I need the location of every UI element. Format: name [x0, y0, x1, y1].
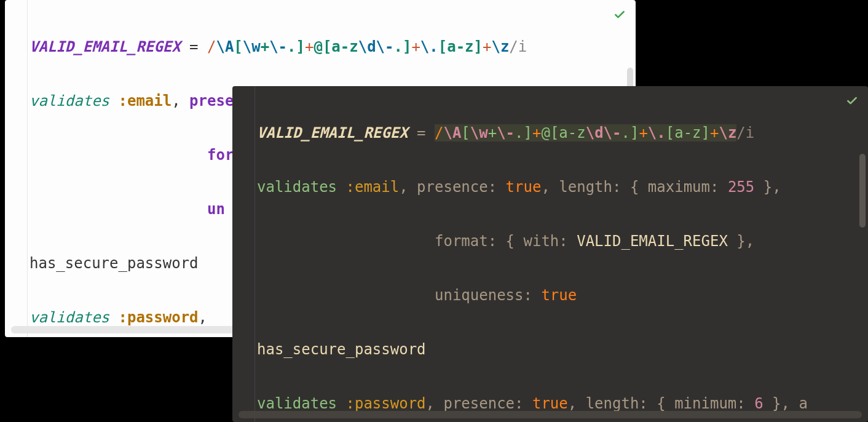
constant: VALID_EMAIL_REGEX — [30, 38, 181, 55]
code-line: format: { with: VALID_EMAIL_REGEX }, — [257, 228, 868, 255]
code-line: validates :email, presence: true, length… — [257, 173, 868, 201]
horizontal-scrollbar[interactable] — [239, 411, 862, 418]
code-line: VALID_EMAIL_REGEX = /\A[\w+\-.]+@[a-z\d\… — [257, 119, 868, 146]
code-line: VALID_EMAIL_REGEX = /\A[\w+\-.]+@[a-z\d\… — [30, 33, 636, 60]
constant: VALID_EMAIL_REGEX — [257, 124, 408, 141]
code-area-dark[interactable]: VALID_EMAIL_REGEX = /\A[\w+\-.]+@[a-z\d\… — [232, 86, 868, 422]
code-line: uniqueness: true — [257, 282, 868, 309]
code-line: has_secure_password — [257, 336, 868, 363]
editor-pane-dark[interactable]: VALID_EMAIL_REGEX = /\A[\w+\-.]+@[a-z\d\… — [232, 86, 868, 422]
